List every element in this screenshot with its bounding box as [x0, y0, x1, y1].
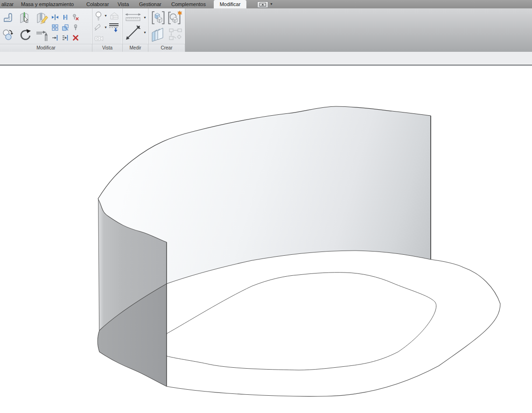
split-face-knife-icon — [94, 23, 102, 31]
unpin-icon — [72, 14, 79, 21]
camera-icon — [94, 35, 104, 42]
edit-group-button[interactable] — [168, 27, 183, 42]
array-button[interactable] — [50, 23, 60, 32]
ribbon: Modificar ▼ — [0, 8, 532, 52]
panel-label-vista: Vista — [92, 44, 122, 52]
trim-single-button[interactable] — [50, 33, 60, 42]
split-element-button[interactable] — [18, 10, 34, 26]
sweep-profile-button[interactable] — [1, 10, 17, 26]
align-button[interactable] — [50, 13, 60, 22]
panel-modificar: Modificar — [0, 8, 92, 52]
sweep-profile-icon — [2, 11, 16, 25]
tab-modificar-active[interactable]: Modificar — [214, 0, 246, 8]
trim-multiple-icon — [62, 34, 69, 42]
split-element-cursor-icon — [19, 11, 33, 25]
tab-colaborar[interactable]: Colaborar — [86, 0, 109, 8]
collapse-ribbon-icon — [259, 3, 266, 7]
load-as-group-icon — [151, 27, 167, 42]
measure-linear-dropdown-caret[interactable]: ▼ — [143, 16, 147, 20]
measure-between-button[interactable] — [125, 24, 141, 41]
create-group-icon — [151, 10, 166, 25]
trim-multiple-button[interactable] — [61, 33, 70, 42]
default-3d-view-icon — [109, 11, 119, 21]
ribbon-tab-bar: alizar Masa y emplazamiento Colaborar Vi… — [0, 0, 532, 8]
create-group-button[interactable] — [150, 10, 166, 25]
split-face-button[interactable] — [94, 23, 102, 31]
trim-extend-corner-icon — [35, 28, 49, 42]
panel-vista: ▼ ▼ — [92, 8, 123, 52]
panel-label-modificar: Modificar — [0, 44, 92, 52]
tab-complementos[interactable]: Complementos — [171, 0, 206, 8]
collapse-ribbon-button[interactable] — [257, 1, 268, 8]
scale-button[interactable] — [61, 23, 70, 32]
reveal-hidden-lines-button[interactable] — [108, 22, 120, 33]
mass-model — [0, 66, 532, 413]
edit-profile-pencil-icon — [35, 11, 49, 25]
offset-button[interactable] — [61, 13, 70, 22]
tab-analizar-partial[interactable]: alizar — [1, 0, 14, 8]
measure-linear-icon — [125, 12, 141, 22]
panel-label-medir: Medir — [123, 44, 148, 52]
trim-single-icon — [51, 34, 59, 42]
camera-button[interactable] — [94, 35, 104, 42]
thin-lines-dropdown-caret[interactable]: ▼ — [104, 14, 107, 18]
copy-icon — [2, 28, 16, 42]
tab-vista[interactable]: Vista — [118, 0, 129, 8]
reveal-hidden-lines-icon — [108, 22, 119, 33]
pin-icon — [72, 24, 79, 31]
edit-group-icon — [168, 28, 182, 42]
ribbon-empty-area — [184, 8, 532, 52]
copy-button[interactable] — [1, 27, 17, 43]
panel-crear: Crear — [148, 8, 185, 52]
offset-icon — [62, 14, 69, 21]
rotate-button[interactable] — [18, 27, 34, 43]
load-as-group-button[interactable] — [150, 27, 167, 42]
trim-extend-corner-button[interactable] — [35, 27, 50, 43]
tab-masa-y-emplazamiento[interactable]: Masa y emplazamiento — [21, 0, 74, 8]
measure-linear-button[interactable] — [124, 12, 142, 22]
panel-label-crear: Crear — [148, 44, 185, 52]
ring-inner-edge[interactable] — [163, 273, 436, 370]
measure-between-dropdown-caret[interactable]: ▼ — [143, 31, 147, 35]
tab-gestionar[interactable]: Gestionar — [139, 0, 161, 8]
rotate-icon — [19, 28, 33, 42]
create-similar-icon — [167, 10, 183, 25]
options-bar — [0, 52, 532, 64]
thin-lines-button[interactable] — [94, 11, 103, 21]
drawing-area-3d-view[interactable] — [0, 66, 532, 413]
delete-icon — [72, 34, 79, 42]
thin-lines-bulb-icon — [94, 11, 103, 21]
scale-icon — [62, 24, 69, 31]
edit-profile-button[interactable] — [35, 10, 50, 26]
unpin-button[interactable] — [71, 13, 80, 22]
align-icon — [51, 14, 59, 21]
array-icon — [51, 24, 59, 31]
default-3d-view-button[interactable] — [109, 11, 120, 21]
split-face-dropdown-caret[interactable]: ▼ — [104, 26, 107, 29]
panel-medir: ▼ ▼ Medir — [123, 8, 148, 52]
chevron-down-icon[interactable]: ▼ — [270, 1, 273, 7]
pin-button[interactable] — [71, 23, 80, 32]
measure-between-icon — [125, 25, 141, 41]
create-similar-button[interactable] — [167, 10, 183, 25]
delete-button[interactable] — [71, 33, 80, 42]
